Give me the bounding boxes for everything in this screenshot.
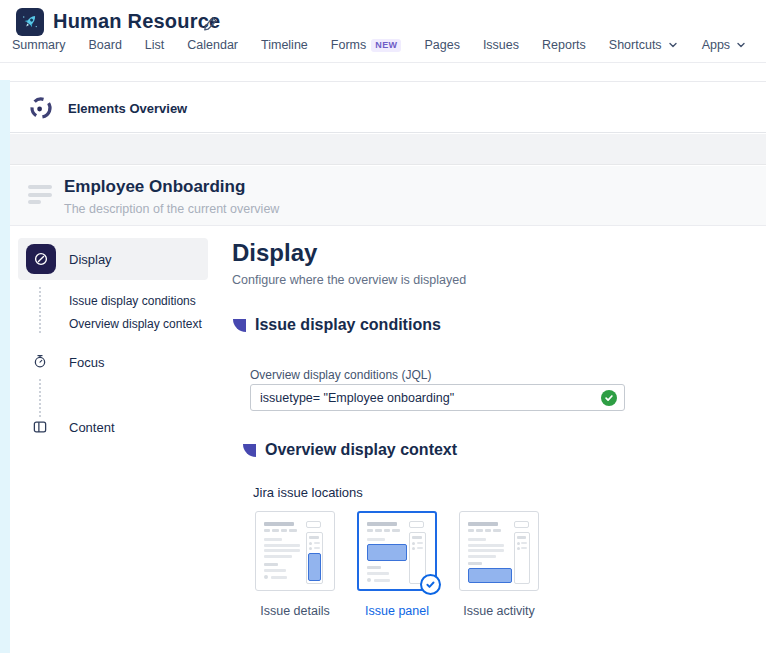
jql-input[interactable] bbox=[250, 384, 625, 411]
section-title-overview-display-context: Overview display context bbox=[265, 441, 457, 459]
new-badge: NEW bbox=[371, 39, 401, 52]
sidebar-subitem-issue-display-conditions[interactable]: Issue display conditions bbox=[69, 294, 196, 308]
issue-activity-card[interactable] bbox=[459, 511, 539, 591]
issue-location-cards: Issue details bbox=[255, 511, 539, 618]
issue-panel-label: Issue panel bbox=[365, 604, 429, 618]
sidebar-connector bbox=[39, 379, 41, 417]
section-marker-icon bbox=[243, 444, 256, 457]
section-spacer-band bbox=[10, 134, 766, 165]
drag-handle-icon[interactable] bbox=[28, 185, 54, 205]
tab-issues[interactable]: Issues bbox=[483, 38, 519, 59]
elements-overview-settings-page: Human Resource Summary Board List Calend… bbox=[0, 0, 766, 653]
page-title: Display bbox=[232, 239, 317, 267]
elements-overview-logo-icon bbox=[28, 95, 54, 121]
sidebar-connector bbox=[39, 287, 41, 333]
display-icon bbox=[26, 244, 56, 274]
issue-details-card[interactable] bbox=[255, 511, 335, 591]
nav-divider bbox=[0, 62, 766, 63]
location-option-issue-activity: Issue activity bbox=[459, 511, 539, 618]
issue-activity-label: Issue activity bbox=[463, 604, 535, 618]
tab-timeline[interactable]: Timeline bbox=[261, 38, 308, 59]
app-bar-title: Elements Overview bbox=[68, 101, 187, 116]
section-marker-icon bbox=[233, 319, 246, 332]
project-nav: Summary Board List Calendar Timeline For… bbox=[12, 38, 766, 62]
location-option-issue-panel: Issue panel bbox=[357, 511, 437, 618]
tab-pages[interactable]: Pages bbox=[424, 38, 459, 59]
issue-details-label: Issue details bbox=[260, 604, 329, 618]
overview-header: Employee Onboarding The description of t… bbox=[10, 166, 766, 226]
page-edge-strip bbox=[0, 80, 10, 653]
chevron-down-icon bbox=[667, 39, 679, 51]
section-title-issue-display-conditions: Issue display conditions bbox=[255, 316, 441, 334]
tab-calendar[interactable]: Calendar bbox=[187, 38, 238, 59]
tab-list[interactable]: List bbox=[145, 38, 164, 59]
tab-reports[interactable]: Reports bbox=[542, 38, 586, 59]
edit-project-name-icon[interactable] bbox=[202, 16, 218, 32]
tab-forms[interactable]: Forms NEW bbox=[331, 38, 402, 59]
chevron-down-icon bbox=[735, 39, 747, 51]
jira-issue-locations-label: Jira issue locations bbox=[253, 485, 363, 500]
sidebar-item-focus[interactable]: Focus bbox=[69, 355, 104, 370]
selected-check-icon bbox=[420, 574, 441, 595]
project-title: Human Resource bbox=[53, 10, 220, 33]
sidebar-item-display-label: Display bbox=[69, 252, 112, 267]
page-subtitle: Configure where the overview is displaye… bbox=[232, 273, 466, 287]
overview-title: Employee Onboarding bbox=[64, 177, 245, 197]
jql-field-label: Overview display conditions (JQL) bbox=[250, 368, 431, 382]
tab-shortcuts[interactable]: Shortcuts bbox=[609, 38, 679, 59]
location-option-issue-details: Issue details bbox=[255, 511, 335, 618]
project-header: Human Resource bbox=[0, 0, 766, 38]
content-icon bbox=[31, 418, 49, 436]
app-bar: Elements Overview bbox=[10, 81, 766, 133]
tab-board[interactable]: Board bbox=[88, 38, 121, 59]
project-avatar-rocket-icon bbox=[16, 8, 44, 36]
tab-summary[interactable]: Summary bbox=[12, 38, 65, 59]
issue-panel-card[interactable] bbox=[357, 511, 437, 591]
sidebar-subitem-overview-display-context[interactable]: Overview display context bbox=[69, 317, 202, 331]
sidebar-item-content[interactable]: Content bbox=[69, 420, 115, 435]
focus-icon bbox=[31, 352, 49, 370]
overview-description: The description of the current overview bbox=[64, 202, 279, 216]
valid-check-icon bbox=[601, 390, 617, 406]
tab-apps[interactable]: Apps bbox=[702, 38, 748, 59]
